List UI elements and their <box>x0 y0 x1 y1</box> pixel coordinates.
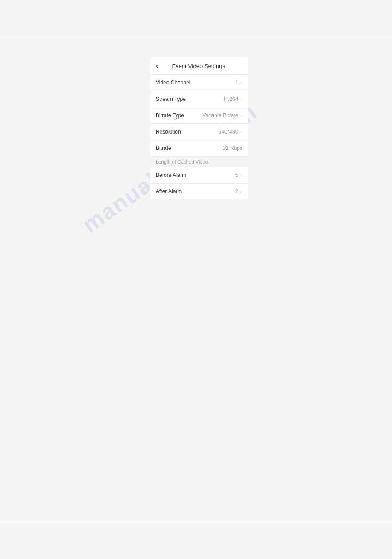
settings-panel: ‹ Event Video Settings Video Channel 1 ›… <box>150 57 248 199</box>
video-channel-row[interactable]: Video Channel 1 › <box>150 75 248 91</box>
top-divider <box>0 38 392 38</box>
before-alarm-row[interactable]: Before Alarm 5 › <box>150 167 248 184</box>
video-channel-chevron-icon: › <box>241 80 242 85</box>
after-alarm-label: After Alarm <box>156 188 182 195</box>
before-alarm-value-container: 5 › <box>235 172 242 178</box>
resolution-value-container: 640*480 › <box>219 129 242 135</box>
video-channel-value: 1 <box>235 80 238 86</box>
after-alarm-row[interactable]: After Alarm 2 › <box>150 184 248 199</box>
bitrate-label: Bitrate <box>156 145 171 151</box>
after-alarm-chevron-icon: › <box>241 189 242 194</box>
back-icon: ‹ <box>156 62 158 70</box>
bottom-divider <box>0 521 392 521</box>
stream-type-row[interactable]: Stream Type H.264 › <box>150 91 248 107</box>
video-channel-value-container: 1 › <box>235 80 242 86</box>
back-button[interactable]: ‹ <box>156 62 158 70</box>
resolution-chevron-icon: › <box>241 129 242 134</box>
bitrate-type-label: Bitrate Type <box>156 112 184 119</box>
bitrate-value: 32 <box>223 145 228 151</box>
resolution-row[interactable]: Resolution 640*480 › <box>150 124 248 140</box>
bitrate-unit: Kbps <box>231 145 242 151</box>
bitrate-type-chevron-icon: › <box>241 113 242 118</box>
after-alarm-value: 2 <box>235 188 238 195</box>
stream-type-value-container: H.264 › <box>224 96 242 102</box>
video-channel-label: Video Channel <box>156 80 191 86</box>
bitrate-type-row[interactable]: Bitrate Type Variable Bitrate › <box>150 107 248 124</box>
before-alarm-label: Before Alarm <box>156 172 186 178</box>
before-alarm-value: 5 <box>235 172 238 178</box>
cached-video-section-label: Length of Cached Video <box>150 157 248 167</box>
stream-type-label: Stream Type <box>156 96 186 102</box>
after-alarm-value-container: 2 › <box>235 188 242 195</box>
resolution-value: 640*480 <box>219 129 238 135</box>
stream-type-chevron-icon: › <box>241 96 242 102</box>
bitrate-type-value-container: Variable Bitrate › <box>202 112 242 119</box>
page-title: Event Video Settings <box>161 63 235 69</box>
before-alarm-chevron-icon: › <box>241 172 242 178</box>
bitrate-type-value: Variable Bitrate <box>202 112 238 119</box>
stream-type-value: H.264 <box>224 96 238 102</box>
resolution-label: Resolution <box>156 129 181 135</box>
bitrate-value-container: 32 Kbps <box>223 145 242 151</box>
settings-header: ‹ Event Video Settings <box>150 57 248 75</box>
bitrate-row[interactable]: Bitrate 32 Kbps <box>150 140 248 157</box>
